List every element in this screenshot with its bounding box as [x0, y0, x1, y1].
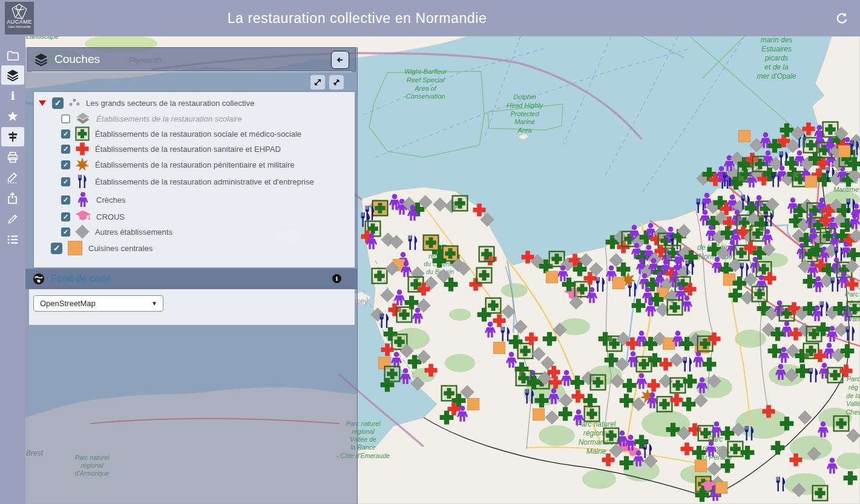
- toolbar-measure-button[interactable]: [1, 168, 24, 188]
- map-marker-o[interactable]: [467, 398, 479, 410]
- map-marker-o[interactable]: [695, 460, 706, 471]
- tree-toolbar: [27, 75, 356, 91]
- map-marker-q[interactable]: [575, 282, 590, 297]
- group-label: Les grands secteurs de la restauration c…: [86, 99, 254, 108]
- toolbar-legend-button[interactable]: [1, 230, 24, 249]
- map-marker-qo[interactable]: [373, 201, 388, 216]
- layer-label: Établissements de la restauration sanita…: [95, 145, 281, 154]
- map-marker-o[interactable]: [805, 175, 816, 187]
- map-marker-q[interactable]: [698, 426, 714, 441]
- toolbar-project-button[interactable]: [1, 45, 24, 64]
- map-marker-o[interactable]: [546, 271, 557, 283]
- tree-layer-row[interactable]: ✓CROUS: [61, 209, 125, 224]
- layer-checkbox[interactable]: ✓: [61, 177, 70, 186]
- map-marker-q[interactable]: [372, 269, 387, 284]
- left-toolbar: i: [0, 36, 25, 504]
- arrow-left-icon: [336, 56, 344, 64]
- map-marker-q[interactable]: [479, 247, 494, 262]
- map-marker-q[interactable]: [668, 300, 683, 315]
- map-marker-q[interactable]: [585, 407, 600, 422]
- layers-panel-header: Couches: [27, 47, 356, 71]
- refresh-icon[interactable]: [835, 11, 849, 25]
- map-marker-q[interactable]: [518, 344, 533, 359]
- map-marker-q[interactable]: [486, 298, 501, 313]
- tree-layer-row[interactable]: ✓Établissements de la restauration sanit…: [61, 142, 281, 156]
- toolbar-layers-button[interactable]: [1, 65, 24, 85]
- group-icon: [68, 97, 80, 109]
- map-marker-o[interactable]: [493, 342, 505, 353]
- tree-layer-row[interactable]: ✓Cuisines centrales: [51, 241, 153, 255]
- layer-label: CROUS: [96, 212, 125, 221]
- map-marker-qo[interactable]: [424, 235, 439, 250]
- chevron-down-icon: ▼: [151, 300, 157, 307]
- basemap-select[interactable]: OpenStreetMap ▼: [33, 295, 163, 312]
- toolbar-share-button[interactable]: [1, 189, 24, 208]
- basemap-title: Fond de carte: [51, 273, 111, 284]
- toolbar-locate-button[interactable]: [1, 127, 24, 146]
- toolbar-draw-button[interactable]: [1, 209, 24, 229]
- panel-title: Couches: [54, 53, 100, 66]
- header-bar: AUCAME Caen Normandie La restauration co…: [0, 0, 860, 36]
- tree-group-row[interactable]: ✓Les grands secteurs de la restauration …: [39, 96, 254, 110]
- layer-checkbox[interactable]: ✓: [61, 212, 70, 221]
- layer-tree: ✓Les grands secteurs de la restauration …: [34, 92, 355, 267]
- expand-all-button[interactable]: [310, 75, 325, 90]
- map-label: Parcrégde laValléChev: [845, 375, 860, 416]
- map-marker-q[interactable]: [847, 302, 860, 317]
- group-expander[interactable]: [39, 100, 46, 106]
- map-marker-q[interactable]: [813, 486, 828, 501]
- collapse-icon: [332, 78, 341, 87]
- map-marker-q[interactable]: [604, 428, 619, 443]
- map-marker-o[interactable]: [612, 277, 624, 289]
- tree-layer-row[interactable]: ✓Crèches: [61, 192, 125, 207]
- map-marker-q[interactable]: [657, 397, 672, 412]
- map-marker-q[interactable]: [752, 287, 767, 302]
- layer-checkbox[interactable]: ✓: [61, 145, 70, 154]
- layer-label: Établissements de la restauration scolai…: [96, 114, 242, 123]
- tree-layer-row[interactable]: ✓Établissements de la restauration socia…: [61, 126, 301, 141]
- basemap-selected-value: OpenStreetMap: [40, 299, 96, 308]
- expand-icon: [313, 78, 322, 87]
- layer-checkbox[interactable]: [61, 114, 70, 123]
- tree-layer-row[interactable]: Établissements de la restauration scolai…: [61, 111, 242, 126]
- layer-label: Autres établissements: [95, 227, 172, 237]
- layer-checkbox[interactable]: ✓: [61, 195, 70, 205]
- collapse-panel-button[interactable]: [331, 51, 349, 69]
- globe-icon: [33, 273, 45, 285]
- basemap-header: Fond de carte i: [25, 269, 357, 289]
- layer-label: Crèches: [96, 195, 125, 205]
- layer-label: Cuisines centrales: [88, 244, 153, 253]
- map-marker-q[interactable]: [477, 268, 492, 283]
- map-marker-o[interactable]: [663, 338, 674, 349]
- tree-layer-row[interactable]: ✓Établissements de la restauration pénit…: [61, 157, 295, 172]
- layer-label: Établissements de la restauration social…: [95, 129, 301, 139]
- map-marker-o[interactable]: [715, 482, 727, 493]
- basemap-panel: OpenStreetMap ▼: [29, 289, 355, 325]
- collapse-all-button[interactable]: [329, 75, 344, 90]
- layer-label: Établissements de la restauration admini…: [95, 177, 314, 186]
- map-marker-o[interactable]: [838, 145, 850, 157]
- layer-checkbox[interactable]: ✓: [61, 129, 70, 139]
- page-title: La restauration collective en Normandie: [0, 0, 714, 36]
- map-marker-q[interactable]: [397, 307, 412, 322]
- tree-layer-row[interactable]: ✓Autres établissements: [61, 224, 172, 239]
- map-marker-q[interactable]: [453, 196, 468, 211]
- toolbar-information-button[interactable]: i: [1, 86, 24, 105]
- map-marker-o[interactable]: [738, 130, 750, 142]
- layers-icon: [34, 52, 48, 67]
- toolbar-bookmarks-button[interactable]: [1, 106, 24, 126]
- map-marker-o[interactable]: [533, 408, 544, 420]
- map-marker-q[interactable]: [834, 416, 849, 431]
- layer-checkbox[interactable]: ✓: [51, 243, 62, 254]
- tree-layer-row[interactable]: ✓Établissements de la restauration admin…: [61, 174, 314, 189]
- layer-checkbox[interactable]: ✓: [61, 160, 70, 169]
- layer-checkbox[interactable]: ✓: [61, 227, 70, 237]
- layer-checkbox[interactable]: ✓: [52, 97, 64, 109]
- map-marker-q[interactable]: [591, 375, 606, 390]
- info-badge[interactable]: i: [332, 274, 341, 283]
- layer-label: Établissements de la restauration pénite…: [95, 160, 295, 169]
- toolbar-print-button[interactable]: [1, 148, 24, 167]
